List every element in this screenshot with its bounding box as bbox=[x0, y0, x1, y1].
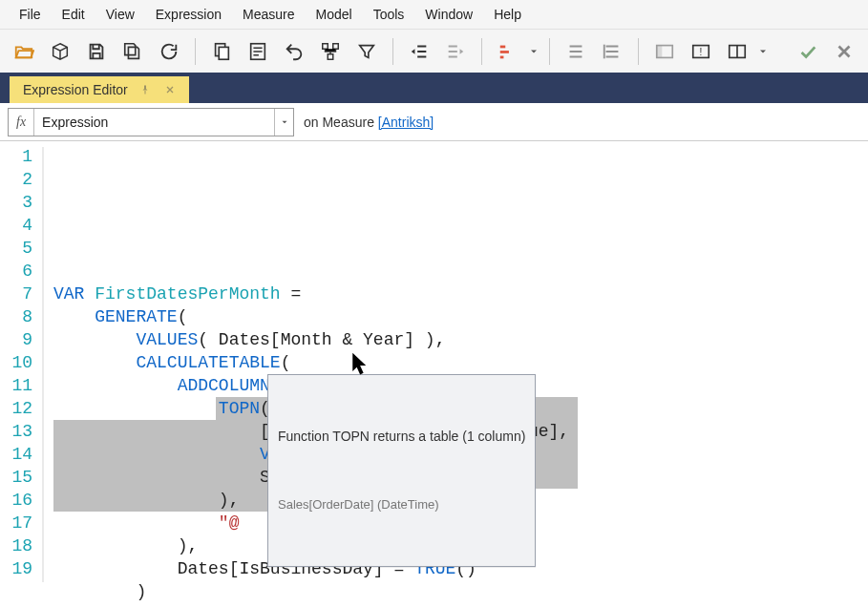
indent-right-icon[interactable] bbox=[439, 35, 472, 68]
dropdown-caret-icon[interactable] bbox=[528, 35, 540, 68]
accept-check-icon[interactable] bbox=[792, 35, 824, 68]
code-area[interactable]: Function TOPN returns a table (1 column)… bbox=[50, 141, 868, 607]
menu-file[interactable]: File bbox=[10, 3, 51, 26]
line-number: 15 bbox=[0, 466, 32, 489]
svg-rect-5 bbox=[328, 53, 333, 59]
toolbar-separator bbox=[549, 38, 550, 65]
line-number: 2 bbox=[0, 168, 32, 191]
menu-view[interactable]: View bbox=[96, 3, 144, 26]
script-icon[interactable] bbox=[242, 35, 274, 68]
line-number: 19 bbox=[0, 557, 32, 580]
save-icon[interactable] bbox=[80, 35, 113, 68]
line-number: 17 bbox=[0, 512, 32, 534]
line-number: 3 bbox=[0, 191, 32, 214]
format-dax-icon[interactable] bbox=[492, 35, 524, 68]
pin-icon[interactable] bbox=[138, 82, 153, 97]
code-line[interactable]: VALUES( Dates[Month & Year] ), bbox=[53, 328, 864, 351]
toolbar-separator bbox=[392, 38, 393, 65]
svg-rect-7 bbox=[500, 51, 509, 53]
filter-icon[interactable] bbox=[350, 35, 383, 68]
measure-context: on Measure [Antriksh] bbox=[304, 115, 434, 130]
svg-text:!: ! bbox=[700, 46, 703, 56]
svg-rect-6 bbox=[500, 45, 506, 48]
tooltip-line1: Function TOPN returns a table (1 column) bbox=[278, 425, 525, 448]
tree-icon[interactable] bbox=[314, 35, 347, 68]
cancel-x-icon[interactable] bbox=[828, 35, 860, 68]
indent-left-icon[interactable] bbox=[403, 35, 435, 68]
context-measure-link[interactable]: [Antriksh] bbox=[378, 115, 434, 130]
line-number: 10 bbox=[0, 351, 32, 374]
dropdown-caret-icon[interactable] bbox=[757, 35, 769, 68]
menu-expression[interactable]: Expression bbox=[146, 3, 231, 26]
fx-icon: fx bbox=[9, 109, 34, 136]
line-number: 14 bbox=[0, 443, 32, 466]
fold-column bbox=[38, 141, 50, 607]
code-line[interactable]: CALCULATETABLE( bbox=[53, 351, 864, 374]
svg-rect-1 bbox=[219, 47, 228, 59]
uncomment-icon[interactable] bbox=[560, 35, 592, 68]
copy-icon[interactable] bbox=[205, 35, 238, 68]
close-icon[interactable] bbox=[162, 82, 178, 97]
tab-label: Expression Editor bbox=[23, 82, 128, 97]
line-number: 7 bbox=[0, 283, 32, 305]
toolbar-separator bbox=[638, 38, 639, 65]
svg-rect-4 bbox=[333, 43, 339, 49]
refresh-icon[interactable] bbox=[153, 35, 185, 68]
toolbar-separator bbox=[195, 38, 196, 65]
tooltip-line2: Sales[OrderDate] (DateTime) bbox=[278, 493, 525, 516]
line-number: 4 bbox=[0, 214, 32, 237]
line-number: 5 bbox=[0, 237, 32, 260]
warning-panel-icon[interactable]: ! bbox=[685, 35, 717, 68]
tab-strip: Expression Editor bbox=[0, 73, 868, 103]
line-number: 18 bbox=[0, 534, 32, 557]
menu-model[interactable]: Model bbox=[307, 3, 362, 26]
context-prefix: on Measure bbox=[304, 115, 378, 130]
code-editor[interactable]: 12345678910111213141516171819 Function T… bbox=[0, 141, 868, 607]
tab-expression-editor[interactable]: Expression Editor bbox=[10, 76, 189, 103]
deploy-cube-icon[interactable] bbox=[44, 35, 76, 68]
code-line[interactable]: ) bbox=[53, 580, 864, 603]
panel-left-icon[interactable] bbox=[648, 35, 681, 68]
menu-measure[interactable]: Measure bbox=[233, 3, 304, 26]
code-line[interactable]: VAR FirstDatesPerMonth = bbox=[53, 283, 864, 305]
menu-bar: File Edit View Expression Measure Model … bbox=[0, 0, 868, 29]
save-all-icon[interactable] bbox=[116, 35, 149, 68]
expression-header: fx Expression on Measure [Antriksh] bbox=[0, 103, 868, 141]
line-number: 11 bbox=[0, 374, 32, 397]
svg-rect-3 bbox=[323, 43, 328, 49]
svg-rect-10 bbox=[657, 45, 663, 57]
menu-tools[interactable]: Tools bbox=[364, 3, 414, 26]
menu-edit[interactable]: Edit bbox=[53, 3, 95, 26]
mouse-pointer-icon bbox=[288, 328, 371, 408]
expression-type-label: Expression bbox=[34, 115, 274, 130]
line-number-gutter: 12345678910111213141516171819 bbox=[0, 141, 38, 607]
line-number: 9 bbox=[0, 328, 32, 351]
line-number: 16 bbox=[0, 489, 32, 512]
toolbar-separator bbox=[481, 38, 482, 65]
line-number: 8 bbox=[0, 305, 32, 328]
line-number: 6 bbox=[0, 260, 32, 283]
line-number: 13 bbox=[0, 420, 32, 443]
line-number: 1 bbox=[0, 145, 32, 168]
chevron-down-icon[interactable] bbox=[274, 109, 293, 136]
svg-rect-8 bbox=[500, 55, 504, 58]
open-folder-icon[interactable] bbox=[8, 35, 40, 68]
code-line[interactable]: ) bbox=[53, 603, 864, 607]
menu-help[interactable]: Help bbox=[484, 3, 531, 26]
undo-icon[interactable] bbox=[278, 35, 310, 68]
code-line[interactable]: GENERATE( bbox=[53, 305, 864, 328]
split-panel-icon[interactable] bbox=[721, 35, 753, 68]
comment-icon[interactable] bbox=[596, 35, 628, 68]
expression-type-combo[interactable]: fx Expression bbox=[8, 108, 294, 136]
menu-window[interactable]: Window bbox=[415, 3, 482, 26]
toolbar: ! bbox=[0, 29, 868, 73]
line-number: 12 bbox=[0, 397, 32, 420]
